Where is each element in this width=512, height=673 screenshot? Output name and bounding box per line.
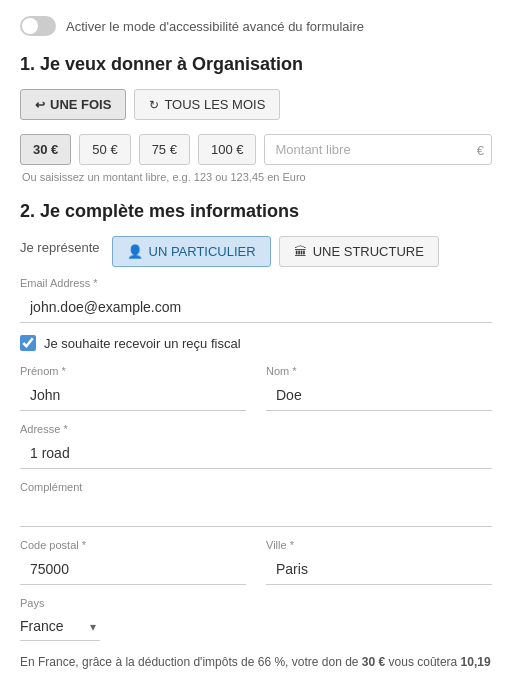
building-icon: 🏛 [294,244,307,259]
country-group: Pays France Belgique Suisse Canada Autre [20,597,492,641]
first-name-input[interactable] [20,380,246,411]
email-label: Email Address * [20,277,492,289]
city-label: Ville * [266,539,492,551]
email-input[interactable] [20,292,492,323]
country-select-wrap: France Belgique Suisse Canada Autre [20,612,100,641]
address-label: Adresse * [20,423,492,435]
btn-individual[interactable]: 👤 UN PARTICULIER [112,236,271,267]
frequency-button-group: UNE FOIS TOUS LES MOIS [20,89,492,120]
section1-title: 1. Je veux donner à Organisation [20,54,492,75]
section1: 1. Je veux donner à Organisation UNE FOI… [20,54,492,183]
address-group: Adresse * [20,423,492,469]
complement-group: Complément [20,481,492,527]
postal-code-group: Code postal * [20,539,246,585]
address-input[interactable] [20,438,492,469]
fiscal-receipt-row: Je souhaite recevoir un reçu fiscal [20,335,492,351]
complement-input[interactable] [20,496,492,527]
euro-symbol: € [477,142,484,157]
free-amount-wrapper: € [264,134,492,165]
first-name-group: Prénom * [20,365,246,411]
accessibility-toggle-row: Activer le mode d'accessibilité avancé d… [20,16,492,36]
amount-btn-50[interactable]: 50 € [79,134,130,165]
complement-label: Complément [20,481,492,493]
section2-title: 2. Je complète mes informations [20,201,492,222]
amount-hint: Ou saisissez un montant libre, e.g. 123 … [22,171,492,183]
btn-individual-label: UN PARTICULIER [149,244,256,259]
btn-structure-label: UNE STRUCTURE [313,244,424,259]
represent-row: Je représente 👤 UN PARTICULIER 🏛 UNE STR… [20,236,492,267]
postal-code-label: Code postal * [20,539,246,551]
fiscal-receipt-label[interactable]: Je souhaite recevoir un reçu fiscal [44,336,241,351]
first-name-label: Prénom * [20,365,246,377]
monthly-icon [149,97,159,112]
accessibility-toggle[interactable] [20,16,56,36]
free-amount-input[interactable] [264,134,492,165]
represent-btn-group: 👤 UN PARTICULIER 🏛 UNE STRUCTURE [112,236,439,267]
country-select[interactable]: France Belgique Suisse Canada Autre [20,612,100,641]
btn-once-label: UNE FOIS [50,97,111,112]
amount-btn-75[interactable]: 75 € [139,134,190,165]
postal-code-input[interactable] [20,554,246,585]
last-name-label: Nom * [266,365,492,377]
fiscal-receipt-checkbox[interactable] [20,335,36,351]
postal-city-row: Code postal * Ville * [20,539,492,597]
person-icon: 👤 [127,244,143,259]
represent-label: Je représente [20,240,100,255]
section2: 2. Je complète mes informations Je repré… [20,201,492,641]
tax-don-amount: 30 € [362,655,385,669]
email-field-group: Email Address * [20,277,492,323]
once-icon [35,97,45,112]
btn-once[interactable]: UNE FOIS [20,89,126,120]
btn-monthly-label: TOUS LES MOIS [164,97,265,112]
accessibility-toggle-label: Activer le mode d'accessibilité avancé d… [66,19,364,34]
country-label: Pays [20,597,492,609]
amount-btn-30[interactable]: 30 € [20,134,71,165]
city-input[interactable] [266,554,492,585]
amount-row: 30 € 50 € 75 € 100 € € [20,134,492,165]
last-name-group: Nom * [266,365,492,411]
tax-info: En France, grâce à la déduction d'impôts… [20,653,492,673]
amount-btn-100[interactable]: 100 € [198,134,257,165]
btn-monthly[interactable]: TOUS LES MOIS [134,89,280,120]
last-name-input[interactable] [266,380,492,411]
city-group: Ville * [266,539,492,585]
name-row: Prénom * Nom * [20,365,492,423]
btn-structure[interactable]: 🏛 UNE STRUCTURE [279,236,439,267]
